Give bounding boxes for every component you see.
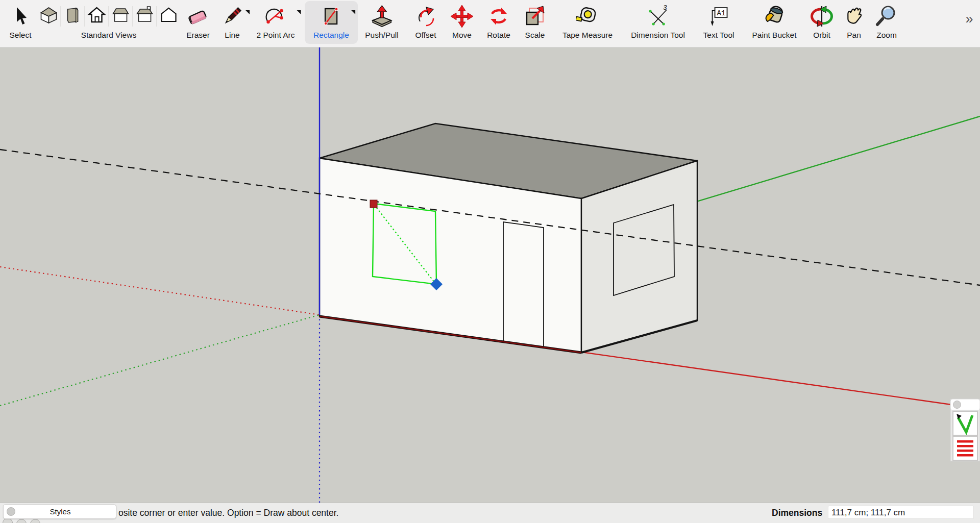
tool-pan[interactable]: Pan	[842, 2, 866, 40]
side-view-icon[interactable]	[159, 5, 179, 28]
flyout-caret-icon	[351, 10, 355, 14]
tool-label: Standard Views	[39, 31, 179, 40]
flyout-caret-icon	[246, 10, 250, 14]
tool-label: Text Tool	[703, 31, 734, 40]
toolbar-separator	[109, 6, 109, 27]
dimensions-input[interactable]: 111,7 cm; 111,7 cm	[828, 506, 974, 519]
toolbar-overflow-chevron[interactable]: »	[965, 11, 972, 27]
modeling-viewport[interactable]	[0, 47, 980, 503]
orbit-icon	[810, 2, 834, 31]
dimensions-label: Dimensions	[772, 503, 822, 523]
select-cursor-icon	[9, 2, 32, 31]
mini-panel	[950, 399, 980, 461]
viewport-canvas	[0, 47, 980, 503]
tool-move[interactable]: Move	[450, 2, 474, 40]
text-tool-icon: A1	[703, 2, 734, 31]
tool-dimension[interactable]: 3 Dimension Tool	[631, 2, 685, 40]
flyout-caret-icon	[297, 10, 301, 14]
tool-offset[interactable]: Offset	[414, 2, 437, 40]
back-view-icon[interactable]	[63, 5, 83, 28]
window-control-icon[interactable]	[7, 507, 15, 516]
tool-label: Offset	[414, 31, 437, 40]
tool-label: Push/Pull	[365, 31, 398, 40]
tool-label: 2 Point Arc	[257, 31, 295, 40]
tool-label: Paint Bucket	[752, 31, 796, 40]
tool-tape-measure[interactable]: Tape Measure	[562, 2, 612, 40]
tool-rectangle[interactable]: Rectangle	[313, 2, 349, 40]
hidden-panel-circle	[16, 519, 27, 523]
tool-label: Rotate	[486, 31, 511, 40]
tool-label: Pan	[842, 31, 866, 40]
arc-icon	[257, 2, 295, 31]
rectangle-icon	[313, 2, 349, 31]
tool-select[interactable]: Select	[9, 2, 32, 40]
zoom-magnifier-icon	[875, 2, 898, 31]
tool-paint-bucket[interactable]: Paint Bucket	[752, 2, 796, 40]
scale-icon	[523, 2, 547, 31]
tool-label: Rectangle	[313, 31, 349, 40]
tool-label: Move	[450, 31, 474, 40]
tape-measure-icon	[562, 2, 612, 31]
offset-icon	[414, 2, 437, 31]
tool-2-point-arc[interactable]: 2 Point Arc	[257, 2, 295, 40]
status-bar: Styles osite corner or enter value. Opti…	[0, 503, 980, 523]
toolbar-separator	[157, 6, 157, 27]
tool-label: Tape Measure	[562, 31, 612, 40]
front-view-icon[interactable]	[111, 5, 131, 28]
rotate-icon	[486, 2, 511, 31]
iso-view-icon[interactable]	[39, 5, 59, 28]
tool-label: Scale	[523, 31, 547, 40]
text-tool-icon-label: A1	[717, 9, 726, 17]
status-hint-text: osite corner or enter value. Option = Dr…	[118, 503, 338, 523]
tool-push-pull[interactable]: Push/Pull	[365, 2, 398, 40]
move-icon	[450, 2, 474, 31]
rectangle-start-marker	[370, 200, 377, 208]
tool-label: Orbit	[810, 31, 834, 40]
styles-window-title: Styles	[15, 507, 105, 516]
toolbar-separator	[85, 6, 85, 27]
pan-hand-icon	[842, 2, 866, 31]
tool-text[interactable]: A1 Text Tool	[703, 2, 734, 40]
tool-orbit[interactable]: Orbit	[810, 2, 834, 40]
home-view-icon[interactable]	[87, 5, 107, 28]
tool-line[interactable]: Line	[221, 2, 243, 40]
main-toolbar: Select Standard Views Eraser Line	[0, 0, 980, 47]
toolbar-separator	[133, 6, 133, 27]
tool-scale[interactable]: Scale	[523, 2, 547, 40]
tool-label: Line	[221, 31, 243, 40]
dimension-icon-label: 3	[663, 5, 667, 11]
tool-eraser[interactable]: Eraser	[186, 2, 210, 40]
styles-window-fragment[interactable]: Styles	[3, 504, 116, 519]
paint-bucket-icon	[752, 2, 796, 31]
dimension-icon: 3	[631, 2, 685, 31]
rear-view-icon[interactable]	[135, 5, 155, 28]
tool-label: Dimension Tool	[631, 31, 685, 40]
mini-panel-styles-button[interactable]	[953, 436, 977, 460]
mini-panel-close-icon[interactable]	[953, 401, 961, 409]
toolbar-separator	[61, 6, 61, 27]
push-pull-icon	[365, 2, 398, 31]
eraser-icon	[186, 2, 210, 31]
tool-zoom[interactable]: Zoom	[875, 2, 898, 40]
mini-panel-axes-button[interactable]	[953, 411, 977, 435]
tool-standard-views: Standard Views	[39, 2, 179, 40]
hidden-panel-circle	[30, 519, 40, 523]
tool-label: Zoom	[875, 31, 898, 40]
tool-label: Eraser	[186, 31, 210, 40]
tool-rotate[interactable]: Rotate	[486, 2, 511, 40]
pencil-icon	[221, 2, 243, 31]
tool-label: Select	[9, 31, 32, 40]
